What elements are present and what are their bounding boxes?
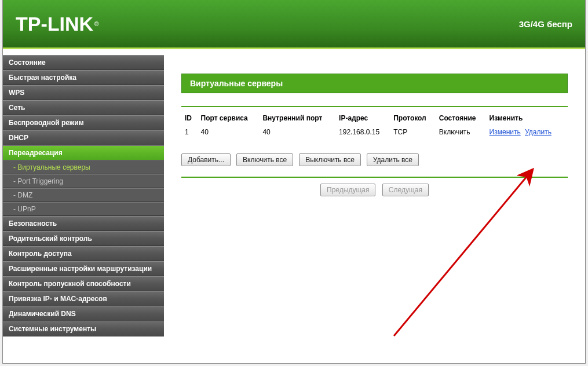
th-internal-port: Внутренний порт: [259, 112, 335, 125]
sidebar-item-forwarding[interactable]: Переадресация: [3, 145, 164, 160]
enable-all-button[interactable]: Включить все: [236, 153, 293, 166]
divider-bottom: [181, 177, 568, 178]
prev-button[interactable]: Предыдущая: [320, 184, 375, 196]
sidebar-item-system-tools[interactable]: Системные инструменты: [3, 321, 164, 336]
header-model-text: 3G/4G беспр: [519, 19, 572, 29]
cell-actions: Изменить Удалить: [486, 125, 568, 140]
cell-ip: 192.168.0.15: [335, 125, 390, 140]
add-button[interactable]: Добавить...: [181, 153, 231, 166]
sidebar-item-parental[interactable]: Родительский контроль: [3, 231, 164, 246]
delete-all-button[interactable]: Удалить все: [367, 153, 419, 166]
sidebar-item-security[interactable]: Безопасность: [3, 216, 164, 231]
sidebar-sub-upnp[interactable]: - UPnP: [3, 202, 164, 216]
sidebar-item-ipmac[interactable]: Привязка IP- и MAC-адресов: [3, 291, 164, 306]
sidebar-sub-dmz[interactable]: - DMZ: [3, 188, 164, 202]
sidebar-item-status[interactable]: Состояние: [3, 55, 164, 70]
sidebar: Состояние Быстрая настройка WPS Сеть Бес…: [3, 49, 164, 361]
sidebar-item-wps[interactable]: WPS: [3, 85, 164, 100]
pager: Предыдущая Следущая: [181, 184, 568, 196]
disable-all-button[interactable]: Выключить все: [299, 153, 361, 166]
header: TP-LINK® 3G/4G беспр: [3, 0, 585, 49]
th-service-port: Порт сервиса: [198, 112, 260, 125]
th-ip: IP-адрес: [335, 112, 390, 125]
delete-link[interactable]: Удалить: [525, 128, 552, 136]
cell-service-port: 40: [198, 125, 260, 140]
cell-protocol: TCP: [390, 125, 436, 140]
sidebar-item-dhcp[interactable]: DHCP: [3, 130, 164, 145]
panel-title: Виртуальные серверы: [181, 74, 568, 93]
logo: TP-LINK®: [16, 13, 98, 35]
logo-text: TP-LINK: [16, 13, 93, 35]
sidebar-item-network[interactable]: Сеть: [3, 100, 164, 115]
sidebar-item-wireless[interactable]: Беспроводной режим: [3, 115, 164, 130]
th-protocol: Протокол: [390, 112, 436, 125]
cell-state: Включить: [436, 125, 486, 140]
th-id: ID: [181, 112, 198, 125]
cell-internal-port: 40: [259, 125, 335, 140]
sidebar-item-access-control[interactable]: Контроль доступа: [3, 246, 164, 261]
sidebar-item-bandwidth[interactable]: Контроль пропускной способности: [3, 276, 164, 291]
sidebar-sub-virtual-servers[interactable]: - Виртуальные серверы: [3, 160, 164, 174]
logo-r: ®: [94, 21, 98, 27]
sidebar-item-routing[interactable]: Расширенные настройки маршрутизации: [3, 261, 164, 276]
sidebar-sub-port-triggering[interactable]: - Port Triggering: [3, 174, 164, 188]
content-area: Виртуальные серверы ID Порт сервиса Внут…: [164, 49, 585, 361]
th-state: Состояние: [436, 112, 486, 125]
sidebar-item-ddns[interactable]: Динамический DNS: [3, 306, 164, 321]
virtual-servers-table: ID Порт сервиса Внутренний порт IP-адрес…: [181, 112, 568, 140]
table-row: 1 40 40 192.168.0.15 TCP Включить Измени…: [181, 125, 568, 140]
sidebar-item-quicksetup[interactable]: Быстрая настройка: [3, 70, 164, 85]
next-button[interactable]: Следущая: [382, 184, 429, 196]
edit-link[interactable]: Изменить: [490, 128, 521, 136]
th-modify: Изменить: [486, 112, 568, 125]
cell-id: 1: [181, 125, 198, 140]
action-button-row: Добавить... Включить все Выключить все У…: [181, 153, 568, 166]
divider-top: [181, 106, 568, 107]
